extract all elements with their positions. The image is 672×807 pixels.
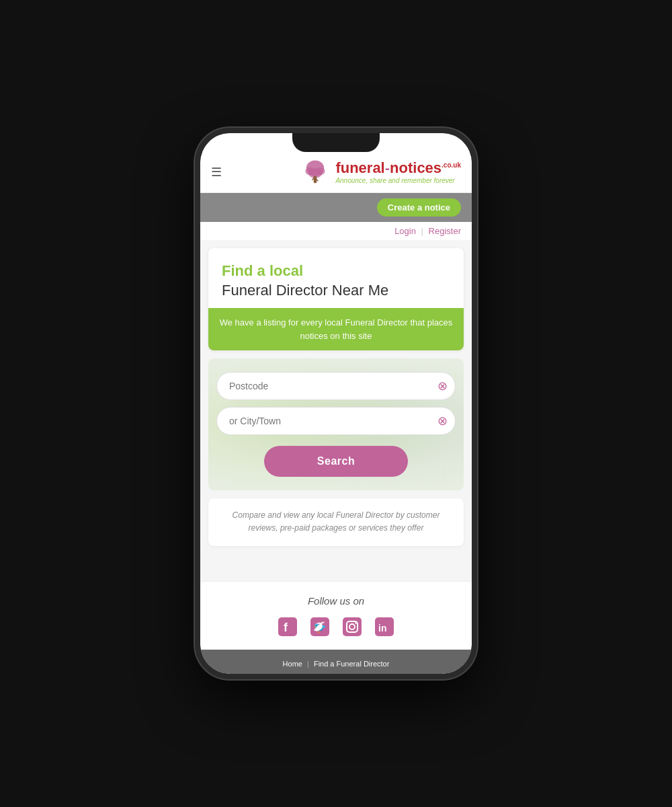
register-link[interactable]: Register	[429, 226, 461, 236]
social-icons: f 🐦	[211, 615, 461, 639]
footer-home-link[interactable]: Home	[283, 660, 302, 668]
logo-name: funeral-notices.co.uk	[335, 160, 461, 176]
footer-nav-row1: Home | Find a Funeral Director	[211, 658, 461, 671]
instagram-icon[interactable]	[340, 615, 364, 639]
footer-blog-link[interactable]: Blog	[364, 672, 379, 674]
logo-area: funeral-notices.co.uk Announce, share an…	[300, 157, 461, 187]
compare-text: Compare and view any local Funeral Direc…	[219, 509, 453, 535]
create-notice-bar: Create a notice	[200, 193, 472, 222]
footer-nav-row2: | Bereavement Support | Help | Blog | Co…	[211, 670, 461, 674]
listing-banner: We have a listing for every local Funera…	[208, 308, 464, 350]
postcode-clear-icon[interactable]: ⊗	[437, 379, 448, 393]
postcode-wrapper: ⊗	[216, 372, 456, 400]
main-content: Find a local Funeral Director Near Me We…	[200, 240, 472, 674]
footer-help-link[interactable]: Help	[337, 672, 353, 674]
compare-card: Compare and view any local Funeral Direc…	[208, 498, 464, 545]
footer-contact-link[interactable]: Contact Us	[390, 672, 427, 674]
phone-screen: ☰ funeral-notices.co.uk	[200, 133, 472, 674]
follow-section: Follow us on f 🐦	[200, 581, 472, 650]
login-bar: Login | Register	[200, 222, 472, 240]
page-title: Find a local Funeral Director Near Me	[208, 248, 464, 308]
postcode-input[interactable]	[216, 372, 456, 400]
svg-text:f: f	[284, 621, 288, 634]
spacer	[200, 554, 472, 581]
footer-bereavement-link[interactable]: Bereavement Support	[254, 672, 326, 674]
logo-tree-icon	[300, 157, 330, 187]
heading-green: Find a local	[222, 262, 303, 279]
logo-tagline: Announce, share and remember forever	[335, 177, 461, 184]
svg-text:in: in	[378, 623, 386, 633]
footer-nav: Home | Find a Funeral Director | Bereave…	[200, 650, 472, 674]
search-area: ⊗ ⊗ Search	[208, 358, 464, 490]
svg-point-14	[355, 622, 356, 623]
twitter-icon[interactable]: 🐦	[308, 615, 332, 639]
city-wrapper: ⊗	[216, 407, 456, 435]
follow-label: Follow us on	[211, 595, 461, 607]
heading-card: Find a local Funeral Director Near Me We…	[208, 248, 464, 350]
search-button[interactable]: Search	[264, 446, 408, 477]
city-input[interactable]	[216, 407, 456, 435]
city-clear-icon[interactable]: ⊗	[437, 414, 448, 428]
svg-rect-7	[278, 617, 297, 636]
linkedin-icon[interactable]: in	[372, 615, 396, 639]
heading-rest: Funeral Director Near Me	[222, 282, 388, 299]
svg-rect-11	[343, 617, 362, 636]
hamburger-icon[interactable]: ☰	[211, 165, 222, 180]
phone-frame: ☰ funeral-notices.co.uk	[195, 128, 477, 679]
login-link[interactable]: Login	[394, 226, 416, 236]
footer-find-link[interactable]: Find a Funeral Director	[314, 660, 390, 668]
logo-text: funeral-notices.co.uk Announce, share an…	[335, 160, 461, 184]
create-notice-button[interactable]: Create a notice	[377, 198, 461, 217]
facebook-icon[interactable]: f	[276, 615, 300, 639]
login-divider: |	[421, 226, 423, 236]
phone-notch	[292, 133, 380, 152]
